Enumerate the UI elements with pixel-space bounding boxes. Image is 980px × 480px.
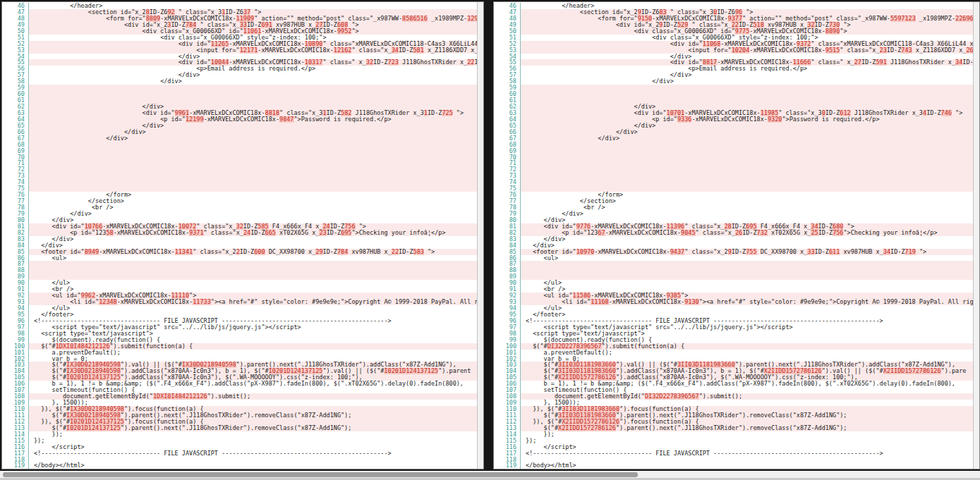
line-number: 61 [494,97,521,104]
line-number: 47 [494,9,521,16]
code-line: 54 </div> [494,54,979,60]
line-code: $("#DI32D2278396567").submit(function(a)… [521,343,979,350]
code-line: 51 <div class="x_G00066XD" style="z-inde… [2,35,483,41]
code-line: 55 <div id="10044-xMARVELxDCxCOMIC18x-10… [2,59,483,66]
code-line: 88 [2,267,483,273]
line-code: $(document).ready(function() { [521,337,979,343]
changed-token: 1DXI0I484212126 [153,393,207,400]
changed-token: 756 [344,223,355,230]
line-code [521,261,979,267]
line-code [521,97,979,104]
code-line: 104 $("#3II03D1181983660").addClass("x87… [494,368,979,374]
line-code: <!--------------------------------- FILE… [29,450,483,457]
code-line: 115}); [494,438,979,444]
code-line: 75 [494,185,979,192]
changed-token: 23 [880,47,887,54]
code-line: 67 </div> [494,135,979,142]
line-number: 63 [2,110,29,116]
line-code: $("#IX30D0218940598").addClass("x870AA-I… [29,368,483,374]
line-number: 104 [2,368,29,374]
changed-token: 22 [392,249,399,255]
line-code: a.preventDefault(); [521,350,979,356]
code-line: 106 b = 1), 1 != b &amp;&amp; ($(".F4_x6… [2,381,483,387]
line-code: <p id="12367-xMARVELxDCxCOMIC18x-9045" c… [521,230,979,236]
changed-token: X2IIDD1572786126 [562,419,619,425]
changed-token: 9320 [768,116,782,123]
line-number: 99 [2,337,29,343]
line-number: 81 [2,223,29,230]
line-code: $("#3II03D1181983660").val() || ($("#3II… [521,362,979,368]
code-line: 47 <section id="x_28ID-Z692 " class="x_3… [2,9,483,16]
code-line: 74 [494,179,979,185]
line-number: 65 [2,123,29,129]
line-number: 85 [494,249,521,255]
code-line: 48 <form for="9150-xMARVELxDCxCOMIC18x-9… [494,16,979,22]
line-number: 70 [494,154,521,161]
code-line: 78 <br /> [2,204,483,211]
line-number: 77 [2,198,29,204]
changed-token: 32 [807,22,814,28]
changed-token: 9961 [175,110,189,116]
line-code: </form> [29,192,483,198]
line-number: 119 [494,462,521,469]
line-number: 46 [494,3,521,9]
changed-token: I0201D124137125 [70,419,124,425]
line-code: <div id="9961-xMARVELxDCxCOMIC18x-8818" … [29,110,483,116]
changed-token: 581 [413,47,423,54]
changed-token: 585 [258,223,268,230]
changed-token: 92 [167,9,174,16]
code-line: 59 [2,85,483,91]
line-code: <form for="8809-xMARVELxDCxCOMIC18x-1190… [29,16,483,22]
line-number: 74 [2,179,29,185]
line-code [521,160,979,166]
diff-panel-left[interactable]: 46 </header>47 <section id="x_28ID-Z692 … [1,1,484,469]
line-number: 70 [2,154,29,161]
changed-token: 756 [833,230,843,236]
line-number: 115 [494,438,521,444]
line-code [521,273,979,280]
line-number: 53 [494,47,521,54]
line-code: <div id="10766-xMARVELxDCxCOMIC18x-10072… [29,223,483,230]
line-number: 52 [494,41,521,47]
line-number: 47 [2,9,29,16]
line-code: <ul id="11586-xMARVELxDCxCOMIC18x-9385"> [521,293,979,299]
code-line: 83 </div> [2,236,483,242]
line-code [29,261,483,267]
code-line: 107 setTimeout(function() { [2,387,483,393]
line-number: 92 [2,293,29,299]
changed-token: 26 [735,230,742,236]
horizontal-scrollbar-thumb[interactable] [3,472,638,477]
line-number: 81 [494,223,521,230]
changed-token: I0201D124137125 [66,425,121,431]
vertical-scrollbar-left[interactable] [477,2,483,469]
line-number: 71 [494,160,521,166]
line-code: <!--------------------------------- FILE… [521,318,979,324]
changed-token: DI32D2278396567 [548,343,602,350]
code-line: 65 </div> [2,123,483,129]
line-code: <input for="12171-xMARVELxDCxCOMIC18x-12… [29,47,483,54]
line-code: <li id="11168-xMARVELxDCxCOMIC18x-9130">… [521,299,979,305]
line-number: 116 [494,444,521,450]
changed-token: 9336 [677,116,691,123]
line-number: 46 [2,3,29,9]
code-line: 110 }), $("#IX30D0218940598").focus(func… [2,406,483,412]
vertical-scrollbar-right[interactable] [973,2,979,469]
line-number: 114 [494,431,521,438]
code-line: 113 $("#I0201D124137125").parent().next(… [2,425,483,431]
line-number: 117 [2,450,29,457]
line-code: <div id="10044-xMARVELxDCxCOMIC18x-10317… [29,59,483,66]
line-number: 106 [494,381,521,387]
line-code: <br /> [29,204,483,211]
diff-panel-right[interactable]: 46 </header>47 <section id="x_29ID-Z683 … [493,1,980,469]
code-line: 54 </div> [2,54,483,60]
changed-token: 10766 [85,223,103,230]
code-line: 73 [2,173,483,179]
line-number: 63 [494,110,521,116]
code-line: 89 [494,273,979,280]
changed-token: 723 [388,59,399,66]
line-code: </div> [521,123,979,129]
line-number: 117 [494,450,521,457]
code-line: 100 $("#DI32D2278396567").submit(functio… [494,343,979,350]
line-code: </body></html> [521,462,979,469]
line-number: 79 [494,211,521,217]
